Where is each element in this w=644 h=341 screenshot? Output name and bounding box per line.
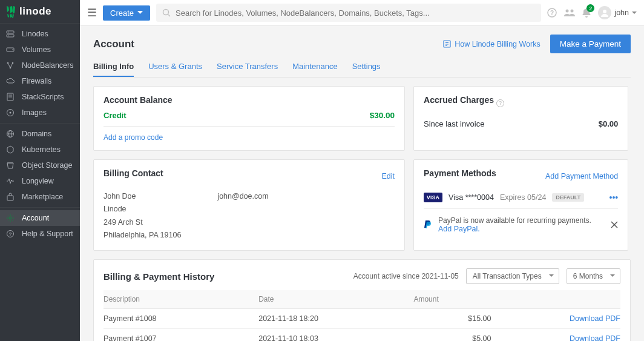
table-row: Payment #10072021-11-10 18:03$5.00Downlo…	[104, 329, 620, 342]
sidebar-item-label: Help & Support	[22, 230, 73, 238]
add-payment-method-link[interactable]: Add Payment Method	[545, 172, 618, 180]
brand-logo[interactable]: linode	[0, 0, 80, 23]
sidebar-item-label: Firewalls	[22, 77, 51, 85]
transaction-type-filter[interactable]: All Transaction Types	[466, 268, 559, 284]
sidebar-item-marketplace[interactable]: Marketplace	[0, 189, 80, 205]
billing-history-card: Billing & Payment History Account active…	[93, 259, 631, 341]
tab-users-grants[interactable]: Users & Grants	[148, 58, 202, 77]
svg-text:?: ?	[9, 231, 12, 237]
payment-method-row: VISA Visa ****0004 Expires 05/24 DEFAULT…	[424, 190, 618, 209]
svg-point-13	[10, 112, 12, 114]
sidebar-item-label: StackScripts	[22, 93, 64, 101]
svg-point-5	[12, 49, 13, 50]
contact-city: Philadelphia, PA 19106	[104, 229, 181, 242]
svg-point-29	[603, 10, 606, 13]
chevron-down-icon	[632, 12, 637, 15]
sidebar-item-kubernetes[interactable]: Kubernetes	[0, 142, 80, 157]
pulse-icon	[6, 177, 16, 185]
server-icon	[6, 30, 16, 38]
doc-icon	[443, 40, 451, 48]
sidebar-item-object-storage[interactable]: Object Storage	[0, 157, 80, 173]
paypal-banner: PayPal is now available for recurring pa…	[424, 209, 618, 233]
download-pdf-link[interactable]: Download PDF	[570, 314, 620, 323]
sidebar-item-firewalls[interactable]: Firewalls	[0, 73, 80, 89]
globe-icon	[6, 130, 16, 138]
add-promo-code-link[interactable]: Add a promo code	[104, 133, 163, 142]
sidebar-item-stackscripts[interactable]: StackScripts	[0, 89, 80, 105]
date-range-filter[interactable]: 6 Months	[567, 268, 620, 284]
account-active-since: Account active since 2021-11-05	[353, 272, 459, 280]
svg-point-27	[566, 10, 569, 13]
disc-icon	[6, 108, 16, 117]
help-tooltip-icon[interactable]: ?	[496, 99, 504, 107]
col-amount: Amount	[413, 290, 491, 309]
tab-maintenance[interactable]: Maintenance	[292, 58, 337, 77]
kube-icon	[6, 145, 16, 154]
sidebar-item-label: Account	[22, 214, 49, 222]
cell-description: Payment #1007	[104, 329, 258, 342]
add-paypal-link[interactable]: Add PayPal.	[438, 225, 480, 233]
tab-service-transfers[interactable]: Service Transfers	[217, 58, 278, 77]
credit-amount: $30.00	[370, 111, 395, 120]
community-icon[interactable]	[564, 8, 575, 17]
svg-point-2	[8, 31, 8, 32]
how-billing-works-link[interactable]: How Linode Billing Works	[443, 40, 540, 48]
sidebar-item-label: Linodes	[22, 30, 48, 38]
close-icon[interactable]	[611, 221, 618, 228]
tab-billing-info[interactable]: Billing Info	[93, 58, 134, 77]
credit-label: Credit	[104, 111, 126, 120]
tab-settings[interactable]: Settings	[352, 58, 381, 77]
linode-logo-icon	[6, 5, 16, 18]
sidebar-item-domains[interactable]: Domains	[0, 126, 80, 142]
sidebar-item-label: Longview	[22, 177, 54, 185]
sidebar-item-label: Volumes	[22, 45, 51, 54]
sidebar-item-linodes[interactable]: Linodes	[0, 26, 80, 42]
svg-text:?: ?	[550, 10, 554, 16]
cell-amount: $5.00	[413, 329, 491, 342]
search-input[interactable]	[176, 8, 535, 18]
cloud-icon	[6, 77, 16, 85]
sidebar-item-volumes[interactable]: Volumes	[0, 42, 80, 58]
menu-toggle-icon[interactable]: ☰	[87, 6, 97, 19]
default-badge: DEFAULT	[552, 193, 584, 202]
gear-icon	[6, 214, 16, 222]
brand-name: linode	[19, 5, 51, 18]
card-number: Visa ****0004	[448, 193, 494, 202]
cell-date: 2021-11-10 18:03	[258, 329, 413, 342]
card-title: Billing & Payment History	[104, 271, 214, 282]
avatar-icon	[598, 6, 611, 19]
notifications-icon[interactable]: 2	[582, 8, 591, 18]
contact-company: Linode	[104, 203, 181, 216]
card-expiry: Expires 05/24	[500, 193, 546, 202]
account-balance-card: Account Balance Credit $30.00 Add a prom…	[93, 86, 405, 151]
script-icon	[6, 93, 16, 101]
sidebar-item-longview[interactable]: Longview	[0, 173, 80, 189]
help-icon[interactable]: ?	[547, 8, 557, 18]
svg-line-24	[168, 15, 170, 16]
help-icon: ?	[6, 230, 16, 238]
svg-rect-19	[7, 196, 13, 200]
search-container[interactable]	[156, 4, 541, 22]
svg-point-20	[9, 217, 12, 219]
drive-icon	[6, 45, 16, 54]
bucket-icon	[6, 161, 16, 170]
bag-icon	[6, 193, 16, 201]
card-title: Payment Methods	[424, 168, 496, 178]
card-title: Accrued Charges	[424, 95, 494, 105]
edit-contact-link[interactable]: Edit	[381, 172, 395, 180]
notification-badge: 2	[586, 4, 594, 12]
more-actions-icon[interactable]: •••	[610, 193, 619, 202]
sidebar-item-nodebalancers[interactable]: NodeBalancers	[0, 58, 80, 73]
make-payment-button[interactable]: Make a Payment	[550, 35, 631, 53]
user-menu[interactable]: john	[598, 6, 637, 19]
sidebar-item-help-support[interactable]: ?Help & Support	[0, 226, 80, 242]
download-pdf-link[interactable]: Download PDF	[570, 334, 620, 341]
sidebar: linode LinodesVolumesNodeBalancersFirewa…	[0, 0, 80, 341]
history-table: Description Date Amount Payment #1008202…	[104, 290, 620, 341]
search-icon	[162, 8, 171, 17]
svg-marker-17	[7, 146, 13, 153]
create-button[interactable]: Create	[103, 5, 150, 21]
svg-point-3	[8, 35, 8, 36]
sidebar-item-images[interactable]: Images	[0, 105, 80, 121]
sidebar-item-account[interactable]: Account	[0, 210, 80, 226]
